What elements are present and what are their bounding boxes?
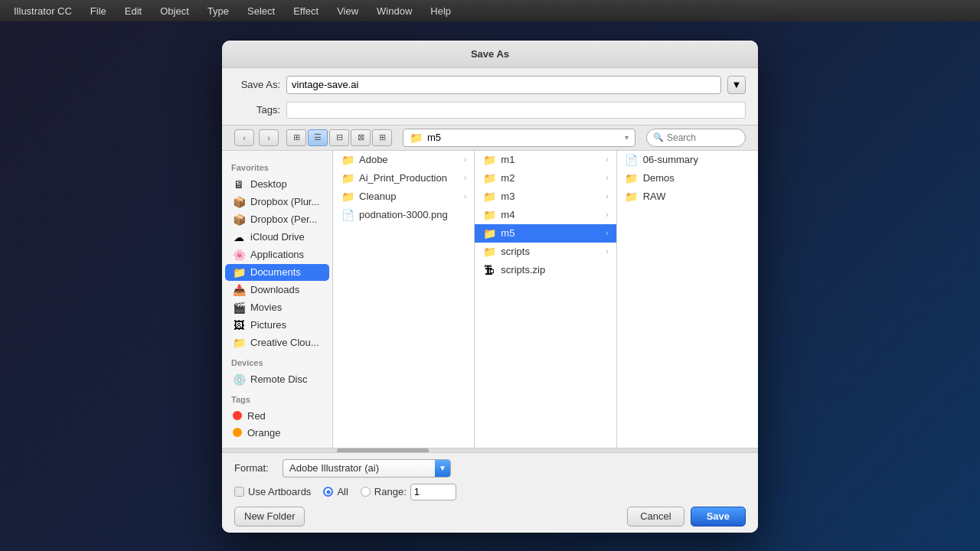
menu-help[interactable]: Help [424, 4, 457, 18]
zip-icon: 🗜 [482, 264, 496, 276]
sidebar-item-label: Dropbox (Per... [250, 214, 317, 225]
forward-button[interactable]: › [259, 129, 279, 146]
arrange-view-button[interactable]: ⊞ [372, 129, 392, 146]
file-item[interactable]: 📁 m3 › [475, 187, 616, 206]
sidebar-item-label: Movies [250, 302, 282, 313]
gallery-view-button[interactable]: ⊠ [351, 129, 371, 146]
filename-dropdown-button[interactable]: ▼ [727, 76, 746, 94]
save-as-input[interactable] [286, 76, 721, 94]
menu-file[interactable]: File [84, 4, 113, 18]
menu-illustrator[interactable]: Illustrator CC [8, 4, 78, 18]
chevron-down-icon: ▼ [439, 464, 446, 472]
range-radio[interactable] [361, 487, 371, 497]
sidebar-item-creative[interactable]: 📁 Creative Clou... [225, 334, 329, 351]
view-buttons: ⊞ ☰ ⊟ ⊠ ⊞ [286, 129, 392, 146]
file-item[interactable]: 📁 Demos [617, 169, 758, 187]
sidebar-item-label: Applications [250, 249, 304, 260]
range-input[interactable] [410, 484, 456, 500]
chevron-down-icon: ▼ [732, 79, 742, 90]
file-item[interactable]: 📁 scripts › [475, 243, 616, 261]
format-select[interactable]: Adobe Illustrator (ai) ▼ [283, 459, 451, 478]
file-item[interactable]: 📁 Ai_Print_Production › [333, 169, 474, 187]
file-item-selected[interactable]: 📁 m5 › [475, 224, 616, 243]
sidebar-item-pictures[interactable]: 🖼 Pictures [225, 317, 329, 334]
file-item-name: scripts.zip [501, 264, 608, 276]
new-folder-button[interactable]: New Folder [234, 507, 305, 527]
downloads-icon: 📥 [233, 284, 245, 296]
creative-icon: 📁 [233, 337, 245, 349]
icon-view-button[interactable]: ⊞ [286, 129, 306, 146]
file-column-2: 📁 m1 › 📁 m2 › 📁 m3 › 📁 [475, 151, 616, 448]
all-radio[interactable] [323, 487, 333, 497]
file-item[interactable]: 📁 Cleanup › [333, 187, 474, 206]
sidebar-item-applications[interactable]: 🌸 Applications [225, 246, 329, 263]
location-bar[interactable]: 📁 m5 ▾ [403, 129, 635, 147]
list-view-button[interactable]: ☰ [308, 129, 328, 146]
file-item[interactable]: 📁 m4 › [475, 206, 616, 224]
folder-icon: 📁 [341, 154, 354, 166]
pictures-icon: 🖼 [233, 319, 245, 331]
sidebar-item-label: Remote Disc [250, 373, 307, 385]
range-option[interactable]: Range: [361, 484, 456, 500]
folder-icon: 📁 [341, 191, 354, 203]
location-dropdown-icon: ▾ [625, 133, 629, 142]
sidebar-item-movies[interactable]: 🎬 Movies [225, 299, 329, 316]
sidebar-item-label: Red [247, 410, 266, 422]
all-option[interactable]: All [323, 486, 348, 497]
file-item[interactable]: 📁 m2 › [475, 169, 616, 187]
menu-object[interactable]: Object [154, 4, 195, 18]
menu-window[interactable]: Window [371, 4, 418, 18]
red-tag-dot [233, 411, 242, 420]
arrow-icon: › [606, 174, 608, 182]
folder-icon: 📁 [341, 172, 354, 184]
search-box[interactable]: 🔍 [646, 129, 746, 147]
buttons-row: New Folder Cancel Save [234, 507, 746, 527]
tags-row: Tags: [222, 99, 758, 125]
file-item[interactable]: 📄 06-summary [617, 151, 758, 169]
back-button[interactable]: ‹ [234, 129, 254, 146]
file-item[interactable]: 🗜 scripts.zip [475, 261, 616, 279]
use-artboards-option[interactable]: Use Artboards [234, 486, 311, 497]
sidebar-item-tag-orange[interactable]: Orange [225, 425, 329, 441]
file-column-1: 📁 Adobe › 📁 Ai_Print_Production › 📁 Clea… [333, 151, 475, 448]
search-input[interactable] [667, 132, 728, 143]
sidebar-item-remote-disc[interactable]: 💿 Remote Disc [225, 371, 329, 388]
dropbox2-icon: 📦 [233, 214, 245, 226]
sidebar-item-dropbox1[interactable]: 📦 Dropbox (Plur... [225, 194, 329, 210]
remote-disc-icon: 💿 [233, 373, 245, 386]
file-item-name: m3 [501, 191, 601, 202]
arrow-icon: › [606, 229, 608, 237]
cancel-button[interactable]: Cancel [627, 507, 684, 527]
menu-type[interactable]: Type [201, 4, 235, 18]
file-item[interactable]: 📁 m1 › [475, 151, 616, 169]
use-artboards-label: Use Artboards [248, 486, 311, 497]
folder-icon: 📁 [625, 172, 639, 184]
file-item[interactable]: 📁 RAW [617, 187, 758, 206]
column-view-button[interactable]: ⊟ [329, 129, 349, 146]
format-label: Format: [234, 462, 276, 474]
file-item[interactable]: 📄 podnation-3000.png [333, 206, 474, 224]
save-button[interactable]: Save [691, 507, 746, 527]
sidebar-item-label: iCloud Drive [250, 231, 305, 243]
tags-input[interactable] [286, 102, 746, 119]
sidebar-item-desktop[interactable]: 🖥 Desktop [225, 176, 329, 193]
file-item[interactable]: 📁 Adobe › [333, 151, 474, 169]
folder-icon: 📁 [482, 209, 496, 221]
menu-view[interactable]: View [331, 4, 364, 18]
sidebar-item-tag-red[interactable]: Red [225, 408, 329, 424]
use-artboards-checkbox[interactable] [234, 487, 244, 497]
desktop-icon: 🖥 [233, 178, 245, 191]
search-icon: 🔍 [653, 132, 664, 142]
arrow-icon: › [464, 192, 466, 201]
forward-icon: › [267, 133, 270, 142]
menu-select[interactable]: Select [241, 4, 281, 18]
menu-edit[interactable]: Edit [119, 4, 148, 18]
sidebar-item-documents[interactable]: 📁 Documents [225, 264, 329, 281]
sidebar-item-downloads[interactable]: 📥 Downloads [225, 282, 329, 298]
sidebar-item-dropbox2[interactable]: 📦 Dropbox (Per... [225, 211, 329, 228]
file-item-name: m5 [501, 227, 601, 239]
movies-icon: 🎬 [233, 302, 245, 314]
dialog-title: Save As [471, 48, 509, 60]
sidebar-item-icloud[interactable]: ☁ iCloud Drive [225, 229, 329, 246]
menu-effect[interactable]: Effect [287, 4, 325, 18]
